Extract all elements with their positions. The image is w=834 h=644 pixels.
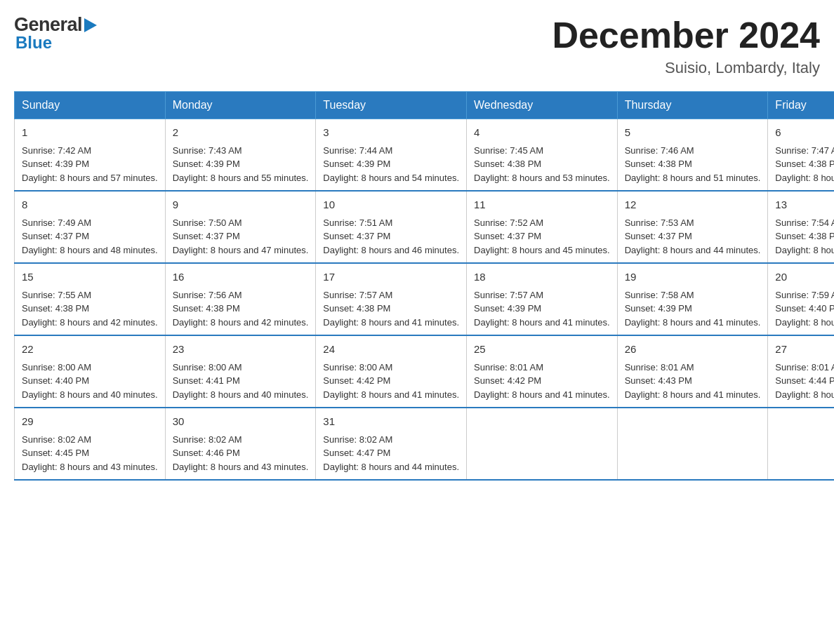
sunrise-info: Sunrise: 8:00 AM — [323, 361, 459, 375]
calendar-table: SundayMondayTuesdayWednesdayThursdayFrid… — [14, 91, 834, 481]
table-row — [768, 408, 834, 480]
day-number: 15 — [22, 269, 158, 286]
calendar-title: December 2024 — [552, 14, 820, 56]
sunset-info: Sunset: 4:42 PM — [323, 374, 459, 388]
sunrise-info: Sunrise: 8:02 AM — [323, 433, 459, 447]
daylight-info: Daylight: 8 hours and 41 minutes. — [625, 316, 761, 330]
day-number: 18 — [474, 269, 610, 286]
daylight-info: Daylight: 8 hours and 48 minutes. — [22, 243, 158, 257]
sunset-info: Sunset: 4:38 PM — [22, 302, 158, 316]
day-header-friday: Friday — [768, 92, 834, 119]
day-number: 22 — [22, 342, 158, 358]
daylight-info: Daylight: 8 hours and 57 minutes. — [22, 171, 158, 185]
day-header-wednesday: Wednesday — [467, 92, 618, 119]
day-number: 20 — [775, 269, 834, 286]
daylight-info: Daylight: 8 hours and 40 minutes. — [775, 316, 834, 330]
sunset-info: Sunset: 4:37 PM — [323, 229, 459, 243]
day-number: 6 — [775, 125, 834, 141]
table-row: 26Sunrise: 8:01 AMSunset: 4:43 PMDayligh… — [617, 335, 768, 408]
page-header: General Blue December 2024 Suisio, Lomba… — [14, 14, 820, 77]
sunrise-info: Sunrise: 8:01 AM — [625, 361, 761, 375]
day-headers-row: SundayMondayTuesdayWednesdayThursdayFrid… — [15, 92, 835, 119]
day-number: 19 — [625, 269, 761, 286]
sunrise-info: Sunrise: 7:50 AM — [173, 216, 309, 230]
daylight-info: Daylight: 8 hours and 42 minutes. — [775, 388, 834, 402]
daylight-info: Daylight: 8 hours and 44 minutes. — [323, 460, 459, 474]
sunset-info: Sunset: 4:37 PM — [474, 229, 610, 243]
day-number: 13 — [775, 197, 834, 213]
table-row: 29Sunrise: 8:02 AMSunset: 4:45 PMDayligh… — [15, 408, 166, 480]
daylight-info: Daylight: 8 hours and 51 minutes. — [625, 171, 761, 185]
table-row: 15Sunrise: 7:55 AMSunset: 4:38 PMDayligh… — [15, 263, 166, 335]
sunset-info: Sunset: 4:38 PM — [474, 157, 610, 171]
calendar-header: SundayMondayTuesdayWednesdayThursdayFrid… — [15, 92, 835, 119]
daylight-info: Daylight: 8 hours and 44 minutes. — [625, 243, 761, 257]
sunrise-info: Sunrise: 8:02 AM — [173, 433, 309, 447]
sunset-info: Sunset: 4:39 PM — [323, 157, 459, 171]
sunrise-info: Sunrise: 8:02 AM — [22, 433, 158, 447]
day-number: 3 — [323, 125, 459, 141]
daylight-info: Daylight: 8 hours and 42 minutes. — [173, 316, 309, 330]
sunrise-info: Sunrise: 7:47 AM — [775, 144, 834, 158]
logo-blue-text: Blue — [14, 33, 52, 53]
daylight-info: Daylight: 8 hours and 50 minutes. — [775, 171, 834, 185]
day-header-thursday: Thursday — [617, 92, 768, 119]
daylight-info: Daylight: 8 hours and 45 minutes. — [474, 243, 610, 257]
sunrise-info: Sunrise: 8:01 AM — [474, 361, 610, 375]
week-row-5: 29Sunrise: 8:02 AMSunset: 4:45 PMDayligh… — [15, 408, 835, 480]
day-number: 8 — [22, 197, 158, 213]
sunset-info: Sunset: 4:40 PM — [22, 374, 158, 388]
table-row: 20Sunrise: 7:59 AMSunset: 4:40 PMDayligh… — [768, 263, 834, 335]
day-number: 31 — [323, 414, 459, 430]
week-row-3: 15Sunrise: 7:55 AMSunset: 4:38 PMDayligh… — [15, 263, 835, 335]
table-row — [467, 408, 618, 480]
day-number: 29 — [22, 414, 158, 430]
calendar-body: 1Sunrise: 7:42 AMSunset: 4:39 PMDaylight… — [15, 119, 835, 481]
sunset-info: Sunset: 4:38 PM — [625, 157, 761, 171]
table-row: 11Sunrise: 7:52 AMSunset: 4:37 PMDayligh… — [467, 191, 618, 263]
table-row: 31Sunrise: 8:02 AMSunset: 4:47 PMDayligh… — [316, 408, 467, 480]
sunrise-info: Sunrise: 7:54 AM — [775, 216, 834, 230]
day-number: 5 — [625, 125, 761, 141]
table-row: 30Sunrise: 8:02 AMSunset: 4:46 PMDayligh… — [165, 408, 316, 480]
daylight-info: Daylight: 8 hours and 47 minutes. — [173, 243, 309, 257]
day-number: 16 — [173, 269, 309, 286]
day-number: 10 — [323, 197, 459, 213]
daylight-info: Daylight: 8 hours and 40 minutes. — [22, 388, 158, 402]
day-number: 26 — [625, 342, 761, 358]
day-header-sunday: Sunday — [15, 92, 166, 119]
table-row: 12Sunrise: 7:53 AMSunset: 4:37 PMDayligh… — [617, 191, 768, 263]
table-row: 24Sunrise: 8:00 AMSunset: 4:42 PMDayligh… — [316, 335, 467, 408]
table-row: 25Sunrise: 8:01 AMSunset: 4:42 PMDayligh… — [467, 335, 618, 408]
logo: General Blue — [14, 14, 97, 53]
sunrise-info: Sunrise: 7:57 AM — [323, 288, 459, 302]
sunrise-info: Sunrise: 7:56 AM — [173, 288, 309, 302]
day-number: 4 — [474, 125, 610, 141]
sunrise-info: Sunrise: 8:01 AM — [775, 361, 834, 375]
sunset-info: Sunset: 4:39 PM — [474, 302, 610, 316]
sunset-info: Sunset: 4:38 PM — [323, 302, 459, 316]
sunset-info: Sunset: 4:38 PM — [775, 229, 834, 243]
table-row: 27Sunrise: 8:01 AMSunset: 4:44 PMDayligh… — [768, 335, 834, 408]
sunset-info: Sunset: 4:37 PM — [625, 229, 761, 243]
sunrise-info: Sunrise: 7:52 AM — [474, 216, 610, 230]
daylight-info: Daylight: 8 hours and 42 minutes. — [22, 316, 158, 330]
week-row-4: 22Sunrise: 8:00 AMSunset: 4:40 PMDayligh… — [15, 335, 835, 408]
sunrise-info: Sunrise: 7:49 AM — [22, 216, 158, 230]
daylight-info: Daylight: 8 hours and 53 minutes. — [474, 171, 610, 185]
daylight-info: Daylight: 8 hours and 46 minutes. — [323, 243, 459, 257]
week-row-1: 1Sunrise: 7:42 AMSunset: 4:39 PMDaylight… — [15, 119, 835, 192]
day-number: 1 — [22, 125, 158, 141]
sunset-info: Sunset: 4:44 PM — [775, 374, 834, 388]
title-area: December 2024 Suisio, Lombardy, Italy — [552, 14, 820, 77]
sunrise-info: Sunrise: 7:44 AM — [323, 144, 459, 158]
table-row: 6Sunrise: 7:47 AMSunset: 4:38 PMDaylight… — [768, 119, 834, 192]
table-row: 16Sunrise: 7:56 AMSunset: 4:38 PMDayligh… — [165, 263, 316, 335]
sunset-info: Sunset: 4:38 PM — [775, 157, 834, 171]
daylight-info: Daylight: 8 hours and 54 minutes. — [323, 171, 459, 185]
sunrise-info: Sunrise: 7:57 AM — [474, 288, 610, 302]
sunrise-info: Sunrise: 8:00 AM — [173, 361, 309, 375]
daylight-info: Daylight: 8 hours and 41 minutes. — [474, 316, 610, 330]
day-header-monday: Monday — [165, 92, 316, 119]
logo-arrow-icon — [84, 18, 97, 32]
